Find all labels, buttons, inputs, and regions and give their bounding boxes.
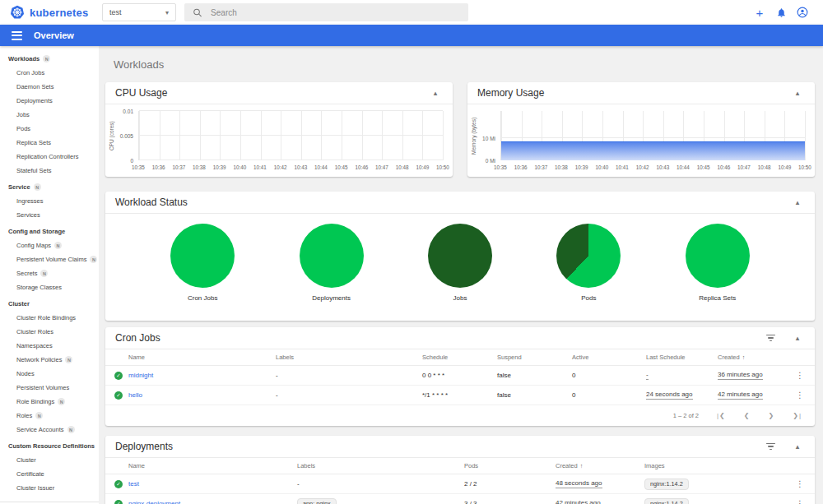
column-header-created[interactable]: Created↑ — [556, 462, 644, 469]
gridline — [261, 111, 262, 160]
search-input[interactable] — [211, 8, 460, 17]
gridline — [139, 110, 443, 111]
workload-pie-replica-sets: Replica Sets — [686, 224, 750, 302]
pie-chart[interactable] — [556, 224, 621, 288]
gridline — [281, 111, 281, 160]
kubernetes-logo[interactable]: kubernetes — [10, 5, 102, 20]
pie-chart[interactable] — [170, 224, 235, 288]
first-page-button[interactable]: |❮ — [717, 412, 726, 419]
sidebar-section-service[interactable]: ServiceN — [0, 178, 99, 194]
gridline — [301, 111, 302, 160]
deployment-name-link[interactable]: nginx-deployment — [128, 500, 297, 504]
sidebar-item-label: Nodes — [16, 370, 35, 377]
sidebar-item-role-bindings[interactable]: Role BindingsN — [0, 395, 99, 409]
sidebar-item-label: Cluster Roles — [16, 328, 53, 335]
cronjob-name-link[interactable]: hello — [128, 391, 276, 399]
column-header-name[interactable]: Name — [128, 354, 276, 361]
sidebar-item-ingresses[interactable]: Ingresses — [0, 194, 99, 208]
column-header-label: Last Schedule — [646, 354, 686, 361]
namespace-select[interactable]: test ▾ — [102, 3, 176, 21]
column-header-created[interactable]: Created↑ — [718, 354, 785, 361]
sidebar-item-network-policies[interactable]: Network PoliciesN — [0, 353, 99, 367]
cronjob-name-link[interactable]: midnight — [128, 372, 276, 379]
deployment-name-link[interactable]: test — [128, 480, 297, 488]
sidebar-section-cluster[interactable]: Cluster — [0, 294, 99, 311]
column-header-labels[interactable]: Labels — [297, 462, 464, 469]
column-header-suspend[interactable]: Suspend — [497, 354, 572, 361]
sidebar-item-services[interactable]: Services — [0, 208, 99, 222]
sidebar-item-label: Replica Sets — [16, 139, 51, 146]
sidebar-item-config-maps[interactable]: Config MapsN — [0, 238, 99, 252]
x-tick-label: 10:44 — [314, 164, 328, 170]
column-header-active[interactable]: Active — [572, 354, 646, 361]
sidebar-item-namespaces[interactable]: Namespaces — [0, 339, 99, 353]
x-tick-label: 10:50 — [436, 164, 449, 170]
pie-chart[interactable] — [686, 224, 750, 288]
sidebar-item-cron-jobs[interactable]: Cron Jobs — [0, 66, 99, 80]
cpu-y-axis: 00.0050.01 — [115, 111, 137, 160]
create-resource-button[interactable]: + — [749, 2, 770, 23]
sidebar-section-workloads[interactable]: WorkloadsN — [0, 49, 99, 66]
kebab-menu-icon[interactable]: ⋮ — [785, 479, 815, 488]
column-header-label: Created — [718, 354, 740, 361]
collapse-icon[interactable]: ▴ — [790, 198, 805, 206]
collapse-icon[interactable]: ▴ — [428, 89, 443, 97]
main-content: Workloads CPU Usage ▴ CPU (cores) 00.005… — [99, 46, 823, 504]
cell-suspend: false — [497, 372, 572, 379]
collapse-icon[interactable]: ▴ — [790, 89, 805, 97]
sidebar-item-persistent-volumes[interactable]: Persistent Volumes — [0, 381, 99, 395]
sidebar-item-label: Pods — [16, 125, 30, 132]
filter-icon[interactable] — [762, 335, 779, 342]
column-header-labels[interactable]: Labels — [276, 354, 422, 361]
deployments-header: Deployments ▴ — [105, 436, 815, 458]
kebab-menu-icon[interactable]: ⋮ — [785, 391, 815, 400]
sidebar-item-service-accounts[interactable]: Service AccountsN — [0, 423, 99, 437]
column-header-pods[interactable]: Pods — [464, 462, 556, 469]
collapse-icon[interactable]: ▴ — [790, 442, 805, 451]
y-tick-label: 0 Mi — [486, 158, 495, 164]
table-header-row: NameLabelsPodsCreated↑Images — [105, 458, 815, 474]
filter-icon[interactable] — [762, 443, 779, 451]
x-tick-label: 10:35 — [494, 164, 507, 170]
x-tick-label: 10:37 — [534, 164, 547, 170]
sidebar-item-jobs[interactable]: Jobs — [0, 108, 99, 122]
collapse-icon[interactable]: ▴ — [790, 334, 805, 342]
sidebar-item-daemon-sets[interactable]: Daemon Sets — [0, 80, 99, 94]
sidebar-item-roles[interactable]: RolesN — [0, 409, 99, 423]
sidebar-item-persistent-volume-claims[interactable]: Persistent Volume ClaimsN — [0, 252, 99, 266]
sidebar-item-stateful-sets[interactable]: Stateful Sets — [0, 164, 99, 178]
sidebar-section-custom-resource-definitions[interactable]: Custom Resource Definitions — [0, 437, 99, 453]
sidebar-section-label: Service — [8, 183, 30, 191]
sidebar-item-storage-classes[interactable]: Storage Classes — [0, 280, 99, 294]
previous-page-button[interactable]: ❮ — [744, 412, 751, 419]
sidebar-item-secrets[interactable]: SecretsN — [0, 266, 99, 280]
column-header-name[interactable]: Name — [128, 462, 297, 469]
sidebar-item-certificate[interactable]: Certificate — [0, 467, 99, 481]
column-header-last-schedule[interactable]: Last Schedule — [646, 354, 718, 361]
sidebar-item-replica-sets[interactable]: Replica Sets — [0, 136, 99, 150]
user-menu-button[interactable] — [792, 2, 813, 23]
kebab-menu-icon[interactable]: ⋮ — [785, 371, 815, 380]
cell-images: nginx:1.14.2 — [644, 479, 785, 490]
pie-chart[interactable] — [300, 224, 364, 288]
memory-plot-area — [500, 111, 805, 160]
column-header-schedule[interactable]: Schedule — [422, 354, 497, 361]
gridline — [139, 111, 140, 160]
pie-chart[interactable] — [428, 224, 492, 288]
sidebar-item-cluster-role-bindings[interactable]: Cluster Role Bindings — [0, 311, 99, 325]
kebab-menu-icon[interactable]: ⋮ — [785, 499, 815, 504]
image-chip: nginx:1.14.2 — [644, 498, 689, 504]
sidebar-item-cluster-roles[interactable]: Cluster Roles — [0, 325, 99, 339]
sidebar-item-replication-controllers[interactable]: Replication Controllers — [0, 150, 99, 164]
sidebar-item-nodes[interactable]: Nodes — [0, 367, 99, 381]
sidebar-item-pods[interactable]: Pods — [0, 122, 99, 136]
sidebar-item-deployments[interactable]: Deployments — [0, 94, 99, 108]
next-page-button[interactable]: ❯ — [769, 412, 775, 419]
sidebar-item-cluster[interactable]: Cluster — [0, 453, 99, 467]
sidebar-item-cluster-issuer[interactable]: Cluster Issuer — [0, 481, 99, 495]
sidebar-item-label: Replication Controllers — [16, 153, 78, 160]
notifications-button[interactable] — [770, 2, 792, 23]
last-page-button[interactable]: ❯| — [793, 412, 802, 419]
menu-button[interactable] — [12, 30, 22, 42]
column-header-images[interactable]: Images — [644, 462, 785, 469]
